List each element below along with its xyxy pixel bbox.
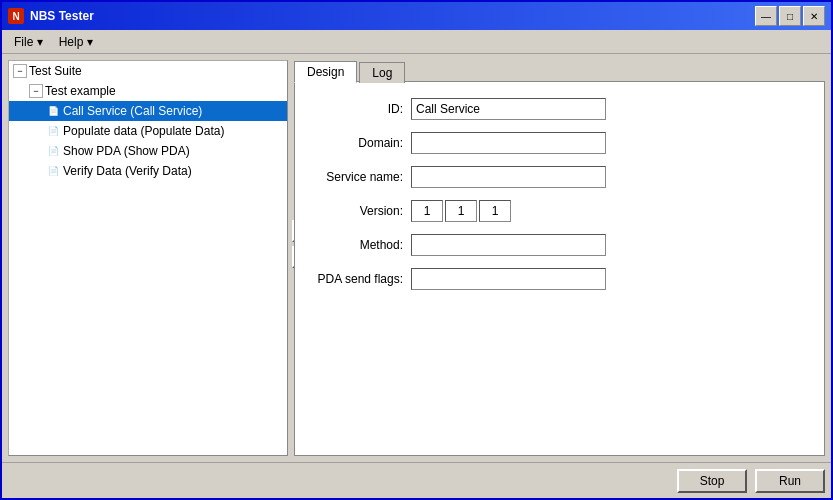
window-title: NBS Tester xyxy=(30,9,755,23)
maximize-button[interactable]: □ xyxy=(779,6,801,26)
tree-item-populate-data[interactable]: 📄 Populate data (Populate Data) xyxy=(9,121,287,141)
label-method: Method: xyxy=(311,238,411,252)
close-button[interactable]: ✕ xyxy=(803,6,825,26)
input-domain[interactable] xyxy=(411,132,606,154)
label-version: Version: xyxy=(311,204,411,218)
buttons-panel: Stop Run xyxy=(2,462,831,498)
tree-label-test-suite: Test Suite xyxy=(29,64,82,78)
input-id[interactable] xyxy=(411,98,606,120)
tree-item-test-example[interactable]: − Test example xyxy=(9,81,287,101)
content-panel: ID: Domain: Service name: Version: xyxy=(294,81,825,456)
label-id: ID: xyxy=(311,102,411,116)
tree-toggle-example[interactable]: − xyxy=(29,84,43,98)
tab-log[interactable]: Log xyxy=(359,62,405,83)
form-row-service-name: Service name: xyxy=(311,166,808,188)
version-input-3[interactable] xyxy=(479,200,511,222)
form-row-method: Method: xyxy=(311,234,808,256)
tree-item-call-service[interactable]: 📄 Call Service (Call Service) xyxy=(9,101,287,121)
input-pda-send-flags[interactable] xyxy=(411,268,606,290)
tree-item-test-suite[interactable]: − Test Suite xyxy=(9,61,287,81)
version-input-1[interactable] xyxy=(411,200,443,222)
form-row-pda-send-flags: PDA send flags: xyxy=(311,268,808,290)
left-area: − Test Suite − Test example 📄 Call Servi… xyxy=(8,60,288,456)
label-pda-send-flags: PDA send flags: xyxy=(311,272,411,286)
tree-label-call-service: Call Service (Call Service) xyxy=(63,104,202,118)
app-icon: N xyxy=(8,8,24,24)
version-inputs xyxy=(411,200,511,222)
tree-doc-icon-3: 📄 xyxy=(45,143,61,159)
tree-toggle-suite[interactable]: − xyxy=(13,64,27,78)
tree-label-show-pda: Show PDA (Show PDA) xyxy=(63,144,190,158)
tab-design[interactable]: Design xyxy=(294,61,357,83)
help-menu[interactable]: Help ▾ xyxy=(51,33,101,51)
main-window: N NBS Tester — □ ✕ File ▾ Help ▾ − Test … xyxy=(0,0,833,500)
tree-doc-icon: 📄 xyxy=(45,103,61,119)
minimize-button[interactable]: — xyxy=(755,6,777,26)
form-row-id: ID: xyxy=(311,98,808,120)
input-method[interactable] xyxy=(411,234,606,256)
tree-item-verify-data[interactable]: 📄 Verify Data (Verify Data) xyxy=(9,161,287,181)
right-panel: Design Log ID: Domain: Service name: xyxy=(294,60,825,456)
tree-doc-icon-2: 📄 xyxy=(45,123,61,139)
run-button[interactable]: Run xyxy=(755,469,825,493)
tree-label-test-example: Test example xyxy=(45,84,116,98)
tree-item-show-pda[interactable]: 📄 Show PDA (Show PDA) xyxy=(9,141,287,161)
tab-bar: Design Log xyxy=(294,60,825,82)
file-menu[interactable]: File ▾ xyxy=(6,33,51,51)
tree-doc-icon-4: 📄 xyxy=(45,163,61,179)
label-service-name: Service name: xyxy=(311,170,411,184)
window-controls: — □ ✕ xyxy=(755,6,825,26)
form-row-domain: Domain: xyxy=(311,132,808,154)
tree-label-populate-data: Populate data (Populate Data) xyxy=(63,124,224,138)
input-service-name[interactable] xyxy=(411,166,606,188)
stop-button[interactable]: Stop xyxy=(677,469,747,493)
form-row-version: Version: xyxy=(311,200,808,222)
label-domain: Domain: xyxy=(311,136,411,150)
title-bar: N NBS Tester — □ ✕ xyxy=(2,2,831,30)
app-icon-letter: N xyxy=(12,11,19,22)
version-input-2[interactable] xyxy=(445,200,477,222)
main-content: − Test Suite − Test example 📄 Call Servi… xyxy=(2,54,831,462)
tree-panel: − Test Suite − Test example 📄 Call Servi… xyxy=(8,60,288,456)
tree-label-verify-data: Verify Data (Verify Data) xyxy=(63,164,192,178)
menu-bar: File ▾ Help ▾ xyxy=(2,30,831,54)
